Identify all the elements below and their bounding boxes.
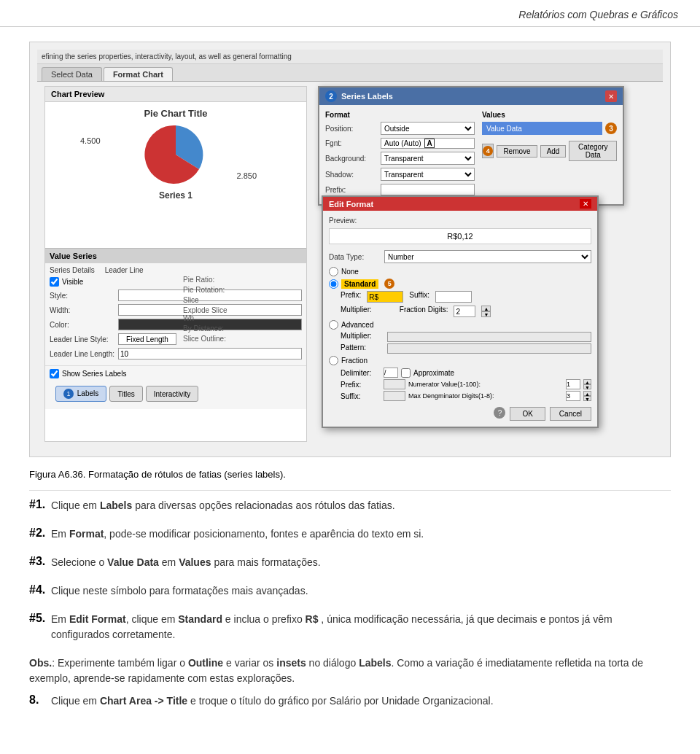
dialog-columns: Format Position: Outside Fgnt: Aut: [325, 111, 617, 198]
page-title: Relatórios com Quebras e Gráficos: [518, 9, 678, 20]
instructions-list: #1. Clique em Labels para diversas opçõe…: [29, 498, 671, 716]
color-row: Color:: [50, 319, 302, 330]
suffix-input-ef[interactable]: [435, 291, 472, 303]
numerator-up-btn[interactable]: ▲: [583, 379, 591, 384]
show-labels-section: Show Series Labels 1 Labels Titles Inter…: [45, 365, 306, 409]
advanced-radio[interactable]: [329, 320, 338, 330]
app-window: efining the series properties, interacti…: [37, 50, 663, 449]
pie-rotation-label: Pie Rotation:: [183, 286, 234, 294]
slice-outline-row: Slice Outline:: [183, 335, 234, 343]
leader-line-style-row: Leader Line Style: Fixed Length: [50, 333, 302, 345]
titles-button[interactable]: Titles: [109, 386, 143, 402]
page-header: Relatórios com Quebras e Gráficos: [0, 0, 700, 27]
visible-label: Visible: [62, 278, 83, 286]
leader-line-length-input[interactable]: [118, 348, 302, 359]
standard-badge-5: 5: [384, 279, 394, 289]
category-data-button[interactable]: Category Data: [569, 141, 617, 161]
background-dropdown[interactable]: Transparent: [381, 152, 475, 165]
interactivity-button[interactable]: Interactivity: [146, 386, 199, 402]
standard-label: Standard: [341, 279, 378, 289]
style-label: Style:: [50, 292, 115, 300]
ef-buttons-row: ? OK Cancel: [329, 407, 591, 421]
radio-section: None Standard 5 Prefix: Suffix:: [329, 267, 591, 401]
suffix2-input[interactable]: [384, 391, 405, 401]
suffix2-label: Suffix:: [341, 392, 381, 400]
item-number-2: #2.: [29, 526, 47, 549]
explode-label: Explode Slice Wh: [183, 306, 234, 322]
show-series-labels-text: Show Series Labels: [62, 370, 126, 378]
instruction-3: #3. Selecione o Value Data em Values par…: [29, 555, 671, 578]
fraction-up-btn[interactable]: ▲: [481, 306, 491, 311]
series-details-row: Series Details Leader Line: [50, 266, 302, 274]
preview-value: R$0,12: [447, 232, 472, 241]
ok-button[interactable]: OK: [510, 407, 545, 421]
max-denom-up-btn[interactable]: ▲: [583, 391, 591, 396]
value-data-box: Value Data: [482, 122, 602, 135]
multiplier-field-input[interactable]: [387, 332, 591, 342]
pattern-field-input[interactable]: [387, 343, 591, 354]
labels-button[interactable]: 1 Labels: [55, 386, 106, 402]
prefix-input-sl[interactable]: [381, 184, 475, 195]
action-buttons-row: 4 Remove Add Category Data: [482, 141, 617, 161]
width-label: Width:: [50, 306, 115, 314]
edit-format-close-btn[interactable]: ✕: [580, 199, 591, 209]
preview-box: R$0,12: [329, 228, 591, 244]
fraction-label2: Fraction: [341, 357, 368, 365]
fraction-down-btn[interactable]: ▼: [481, 311, 491, 317]
instruction-5: #5. Em Edit Format, clique em Standard e…: [29, 612, 671, 650]
prefix-label-sl: Prefix:: [325, 186, 376, 194]
obs-text: Obs.: Experimente também ligar o Outline…: [29, 656, 671, 686]
font-label: Fgnt:: [325, 139, 376, 147]
icon-button-4[interactable]: 4: [482, 144, 494, 158]
numerator-spinners: ▲ ▼: [583, 379, 591, 389]
delimiter-input[interactable]: [384, 368, 398, 378]
background-label: Background:: [325, 155, 376, 163]
remove-button[interactable]: Remove: [497, 145, 537, 158]
right-col-form: Pie Ratio: Pie Rotation: Slice Explode S…: [183, 276, 234, 345]
shadow-dropdown[interactable]: Transparent: [381, 168, 475, 181]
prefix2-input[interactable]: [384, 379, 405, 389]
suffix-label-ef: Suffix:: [409, 291, 429, 303]
fraction-radio-row: Fraction: [329, 356, 591, 365]
advanced-label: Advanced: [341, 321, 373, 329]
fraction-radio[interactable]: [329, 356, 338, 365]
fraction-digits-input[interactable]: [454, 306, 475, 317]
series-labels-badge-2: 2: [325, 90, 337, 102]
leader-line-length-row: Leader Line Length:: [50, 348, 302, 359]
series-labels-title: Series Labels: [341, 92, 393, 101]
max-denom-down-btn[interactable]: ▼: [583, 396, 591, 401]
approximate-checkbox[interactable]: [401, 368, 411, 378]
item-number-5: #5.: [29, 612, 47, 650]
explode-row: Explode Slice Wh: [183, 306, 234, 322]
by-distance-label: By Distance:: [183, 324, 234, 333]
position-label: Position:: [325, 125, 376, 133]
advanced-row: Advanced: [329, 320, 591, 330]
none-radio[interactable]: [329, 267, 338, 276]
shadow-label: Shadow:: [325, 171, 376, 179]
pie-chart-title-text: Pie Chart Title: [51, 108, 300, 119]
cancel-button[interactable]: Cancel: [550, 407, 591, 421]
value-data-badge-3: 3: [605, 123, 617, 134]
max-denom-input[interactable]: [566, 391, 580, 401]
position-dropdown[interactable]: Outside: [381, 122, 475, 135]
pie-svg-container: 4.500 2.850: [51, 122, 300, 187]
prefix-input-ef[interactable]: [367, 291, 403, 303]
data-type-dropdown[interactable]: Number: [384, 250, 591, 263]
numerator-down-btn[interactable]: ▼: [583, 384, 591, 389]
tab-format-chart[interactable]: Format Chart: [104, 67, 173, 81]
standard-radio[interactable]: [329, 279, 338, 289]
series-labels-close-btn[interactable]: ✕: [605, 90, 617, 102]
data-type-label: Data Type:: [329, 253, 380, 261]
pie-label-4500: 4.500: [80, 136, 101, 145]
fraction-label-ef: Fraction Digits:: [400, 306, 448, 317]
footer-item-text: Clique em Chart Area -> Title e troque o…: [51, 693, 494, 709]
add-button[interactable]: Add: [540, 145, 567, 158]
tab-select-data[interactable]: Select Data: [42, 67, 102, 81]
format-column: Format Position: Outside Fgnt: Aut: [325, 111, 475, 198]
leader-line-style-label: Leader Line Style:: [50, 335, 115, 343]
numerator-label: Numerator Value(1-100):: [408, 381, 563, 388]
numerator-input[interactable]: [566, 379, 580, 389]
show-series-labels-checkbox[interactable]: [50, 369, 59, 378]
fixed-length-dropdown[interactable]: Fixed Length: [118, 333, 176, 345]
visible-checkbox[interactable]: [50, 277, 59, 287]
